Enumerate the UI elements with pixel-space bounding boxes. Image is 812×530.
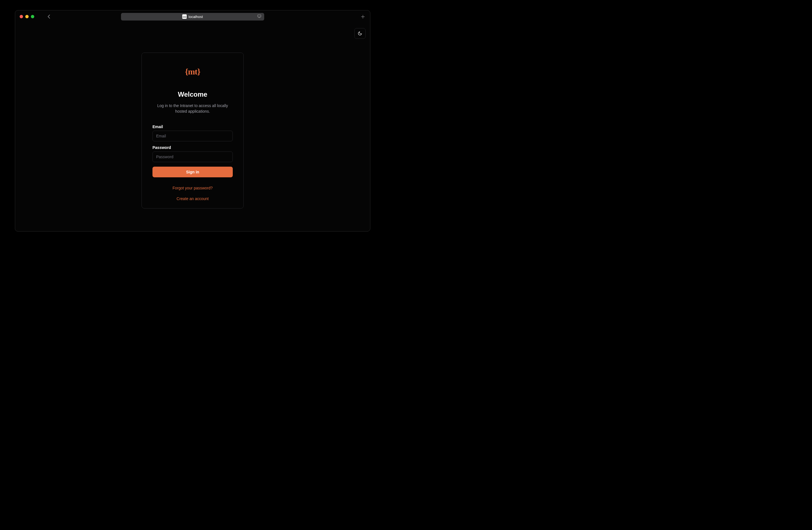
url-text: localhost [188, 15, 203, 19]
page-subtitle: Log in to the Intranet to access all loc… [153, 103, 233, 114]
svg-rect-1 [258, 15, 261, 17]
window-close-button[interactable] [20, 15, 23, 18]
traffic-lights [20, 15, 34, 18]
password-label: Password [153, 145, 233, 150]
reader-mode-icon[interactable] [257, 14, 261, 19]
site-favicon-icon: {mt} [182, 14, 187, 19]
browser-url-bar[interactable]: {mt} localhost [121, 13, 264, 20]
email-group: Email [153, 125, 233, 141]
window-maximize-button[interactable] [31, 15, 34, 18]
forgot-password-link[interactable]: Forgot your password? [153, 186, 233, 190]
browser-titlebar: {mt} localhost [15, 10, 370, 23]
email-field[interactable] [153, 131, 233, 141]
page-title: Welcome [153, 90, 233, 98]
password-group: Password [153, 145, 233, 162]
plus-icon [361, 15, 365, 19]
browser-window: {mt} localhost {mt} Welcome [15, 10, 370, 232]
password-field[interactable] [153, 152, 233, 162]
chevron-left-icon [47, 14, 50, 19]
new-tab-button[interactable] [360, 14, 365, 19]
email-label: Email [153, 125, 233, 129]
brand-logo: {mt} [153, 67, 233, 76]
page-content: {mt} Welcome Log in to the Intranet to a… [15, 23, 370, 231]
window-minimize-button[interactable] [25, 15, 29, 18]
sign-in-button[interactable]: Sign in [153, 167, 233, 177]
login-card: {mt} Welcome Log in to the Intranet to a… [142, 53, 244, 209]
browser-back-button[interactable] [45, 13, 53, 20]
svg-text:{mt}: {mt} [183, 16, 186, 18]
create-account-link[interactable]: Create an account [153, 196, 233, 201]
